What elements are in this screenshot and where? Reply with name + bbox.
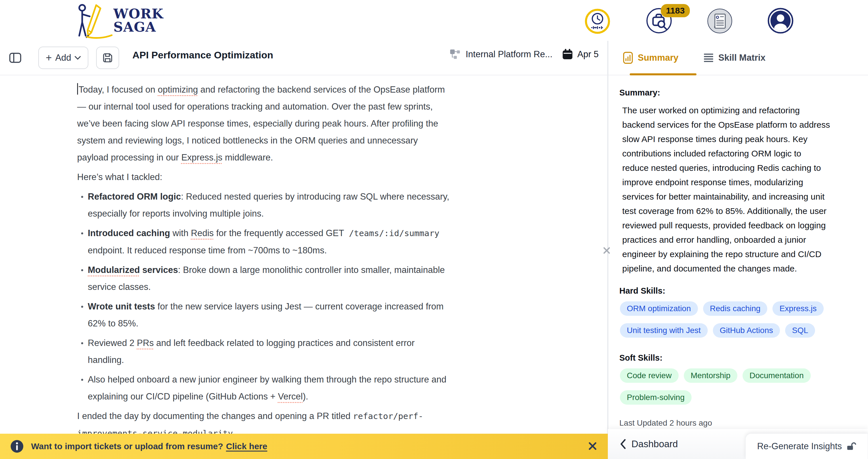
insights-panel: Summary Skill Matrix Summary: The user w… xyxy=(609,41,868,459)
bullet-marker xyxy=(81,232,83,234)
close-panel-icon xyxy=(601,245,612,256)
project-selector[interactable]: Internal Platform Re... xyxy=(450,49,549,60)
account-icon xyxy=(767,7,794,34)
hard-skill-chip: Unit testing with Jest xyxy=(620,323,708,338)
hard-skill-chip: GitHub Actions xyxy=(713,323,780,338)
tab-skill-matrix[interactable]: Skill Matrix xyxy=(703,41,766,75)
worksaga-logo[interactable]: WORK SAGA xyxy=(72,1,163,40)
date-value: Apr 5 xyxy=(577,49,599,60)
text-segment: /teams/:id/summary xyxy=(349,228,439,238)
tab-summary-label: Summary xyxy=(638,53,678,63)
project-name: Internal Platform Re... xyxy=(466,49,549,60)
hard-skill-chip: SQL xyxy=(785,323,815,338)
logo-word-saga: SAGA xyxy=(114,21,163,34)
summary-chart-icon xyxy=(623,52,633,64)
insights-footer: Dashboard Re-Generate Insights xyxy=(608,429,868,459)
soft-skill-chip: Mentorship xyxy=(684,368,738,383)
chevron-left-icon xyxy=(620,439,626,449)
app-window: WORK SAGA 1183 xyxy=(0,0,868,459)
text-segment: optimizing xyxy=(158,85,198,95)
banner-text: Want to import tickets or upload from re… xyxy=(31,441,223,451)
dashboard-back-label: Dashboard xyxy=(631,438,678,450)
list-icon xyxy=(703,53,714,62)
dashboard-back-link[interactable]: Dashboard xyxy=(620,429,678,459)
text-segment: Redis xyxy=(191,228,214,238)
banner-link[interactable]: Click here xyxy=(226,441,267,451)
text-segment: Modularized xyxy=(88,265,140,275)
text-segment: endpoint. It reduced response time from … xyxy=(88,245,327,255)
bullet-item: Also helped onboard a new junior enginee… xyxy=(77,371,553,405)
hard-skill-chip: ORM optimization xyxy=(620,301,698,316)
text-segment: Here’s what I tackled: xyxy=(77,172,162,182)
hierarchy-icon xyxy=(450,49,461,60)
text-cursor xyxy=(77,83,78,95)
text-segment: Refactored ORM logic xyxy=(88,192,181,202)
text-segment: Also helped onboard a new junior enginee… xyxy=(88,374,446,401)
info-icon xyxy=(10,440,24,453)
summary-text: The user worked on optimizing and refact… xyxy=(622,103,861,276)
soft-skill-chip: Code review xyxy=(620,368,679,383)
text-segment: services xyxy=(140,265,178,275)
sidebar-toggle-button[interactable] xyxy=(9,51,22,64)
timeline-clock-icon xyxy=(585,9,610,34)
editor-toolbar: + Add API Performance Optimization Inter… xyxy=(0,41,608,75)
save-button[interactable] xyxy=(96,46,119,69)
text-segment: Introduced caching xyxy=(88,228,170,238)
hard-skill-chip: Express.js xyxy=(772,301,824,316)
unlock-icon xyxy=(846,441,856,451)
document-title[interactable]: API Performance Optimization xyxy=(132,50,273,61)
logo-word-work: WORK xyxy=(114,7,163,21)
close-icon xyxy=(587,440,598,452)
text-segment: Vercel xyxy=(278,391,303,401)
hard-skill-chip: Redis caching xyxy=(703,301,768,316)
panel-collapse-handle[interactable] xyxy=(601,245,612,257)
resume-button[interactable] xyxy=(707,9,732,34)
calendar-icon xyxy=(562,49,573,60)
text-segment: ). xyxy=(303,391,308,401)
soft-skills-label: Soft Skills: xyxy=(619,353,861,363)
resume-icon xyxy=(707,9,732,33)
text-segment: PRs xyxy=(137,338,154,348)
panel-left-icon xyxy=(9,51,22,64)
last-updated-text: Last Updated 2 hours ago xyxy=(619,419,861,428)
tab-skill-matrix-label: Skill Matrix xyxy=(718,53,766,63)
text-segment: Express.js xyxy=(181,153,222,163)
regenerate-insights-button[interactable]: Re-Generate Insights xyxy=(745,433,868,459)
banner-close-button[interactable] xyxy=(587,440,598,453)
paragraph: Here’s what I tackled: xyxy=(77,168,553,186)
text-segment: Today, I focused on xyxy=(79,85,158,95)
tab-summary[interactable]: Summary xyxy=(623,41,678,75)
chevron-down-icon xyxy=(74,56,81,60)
text-segment: and refactoring the backend services of … xyxy=(77,85,445,163)
add-button[interactable]: + Add xyxy=(38,46,88,69)
import-banner: Want to import tickets or upload from re… xyxy=(0,434,608,459)
bullet-item: Reviewed 2 PRs and left feedback related… xyxy=(77,334,553,368)
text-segment: with xyxy=(170,228,191,238)
bullet-marker xyxy=(81,269,83,271)
ticket-count-badge: 1183 xyxy=(661,4,690,17)
timeline-clock-button[interactable] xyxy=(585,9,610,35)
editor-pane: Today, I focused on optimizing and refac… xyxy=(0,75,608,459)
bullet-item: Refactored ORM logic: Reduced nested que… xyxy=(77,188,553,222)
paragraph: Today, I focused on optimizing and refac… xyxy=(77,81,553,166)
document-body[interactable]: Today, I focused on optimizing and refac… xyxy=(77,81,553,445)
hard-skills-label: Hard Skills: xyxy=(619,286,861,296)
bullet-item: Introduced caching with Redis for the fr… xyxy=(77,225,553,259)
bullet-marker xyxy=(81,342,83,344)
soft-skill-chip: Documentation xyxy=(743,368,810,383)
save-icon xyxy=(101,52,114,64)
summary-label: Summary: xyxy=(619,88,861,98)
bullet-marker xyxy=(81,196,83,198)
soft-skill-chip: Problem-solving xyxy=(620,390,691,405)
plus-icon: + xyxy=(46,52,52,64)
bullet-item: Wrote unit tests for the new service lay… xyxy=(77,298,553,332)
summary-content: Summary: The user worked on optimizing a… xyxy=(609,75,868,459)
regenerate-insights-label: Re-Generate Insights xyxy=(757,441,842,452)
bullet-marker xyxy=(81,379,83,381)
text-segment: middleware. xyxy=(222,153,273,163)
bullet-item: Modularized services: Broke down a large… xyxy=(77,261,553,295)
account-button[interactable] xyxy=(767,7,794,35)
date-selector[interactable]: Apr 5 xyxy=(562,49,599,60)
text-segment: I ended the day by documenting the chang… xyxy=(77,411,353,421)
logo-figure-icon xyxy=(72,1,113,40)
